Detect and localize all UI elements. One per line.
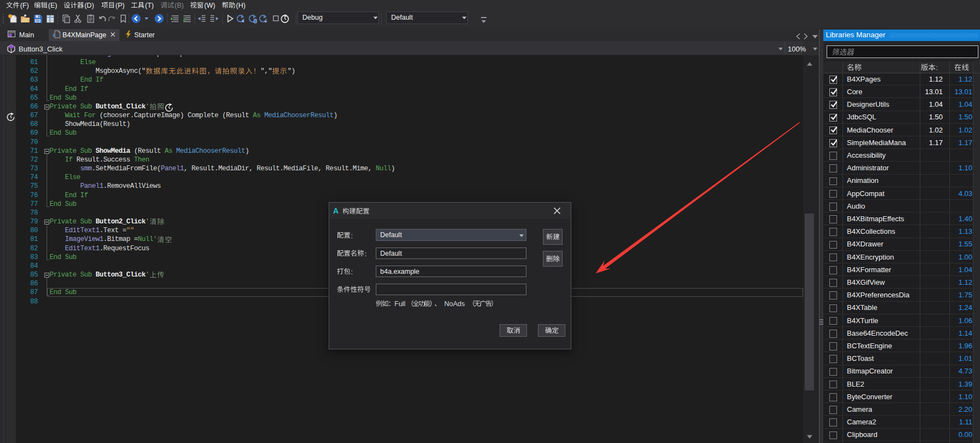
svg-text:2: 2: [183, 16, 186, 22]
